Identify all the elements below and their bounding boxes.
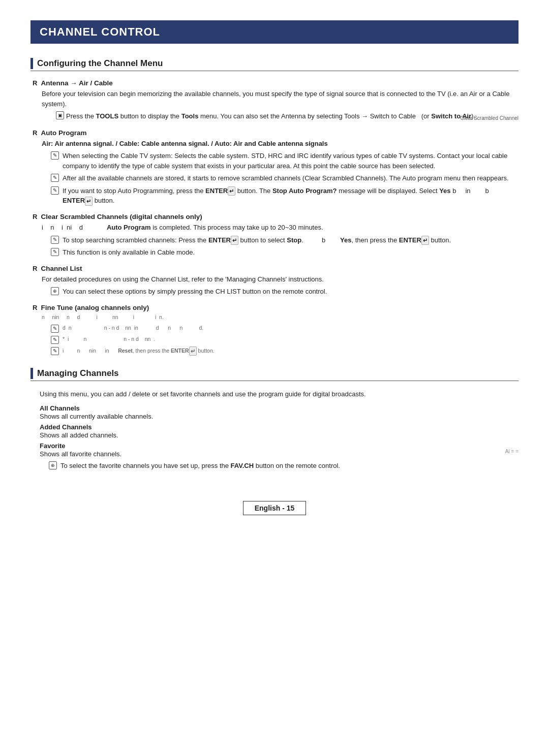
all-channels-item: All Channels Shows all currently availab… [40,404,518,420]
note-icon-7: ✎ [51,336,59,344]
section2-bar-icon [30,368,33,379]
fine-tune-title: R Fine Tune (analog channels only) [33,304,518,311]
section1-title: Configuring the Channel Menu [37,58,163,69]
clear-scrambled-subsection: R Clear Scrambled Channels (digital chan… [33,213,518,258]
note-icon-3: ✎ [51,186,59,195]
fine-note3-text: i n nin in Reset, then press the ENTER↵ … [63,346,518,356]
r-marker-auto: R [33,129,37,137]
enter-symbol-4: ↵ [421,236,429,245]
page-title: CHANNEL CONTROL [30,20,518,44]
channel-list-title: R Channel List [33,265,518,272]
channel-list-note-text: You can select these options by simply p… [63,287,518,297]
section2-title: Managing Channels [37,368,119,379]
r-marker-clear: R [33,213,37,220]
added-channels-desc: Shows all added channels. [40,431,518,439]
added-channels-label: Added Channels [40,423,518,431]
fine-note2-text: * i n n - n d nn . [63,335,518,343]
tools-note-text: Press the TOOLS button to display the To… [66,111,518,122]
channel-list-para1: For detailed procedures on using the Cha… [42,274,518,285]
fine-note1-text: d n n - n d nn in d n n d. [63,324,518,332]
note-icon-6: ✎ [51,325,59,333]
note-icon-1: ✎ [51,151,59,160]
auto-note2-text: After all the available channels are sto… [63,173,518,183]
enter-symbol-1: ↵ [228,186,235,196]
antenna-title: R Antenna → Air / Cable [33,79,518,87]
fine-tune-row1: n nin n d i nn i i n. [42,313,518,322]
auto-note3-text: If you want to stop Auto Programming, pr… [63,186,518,206]
clear-scrambled-text1: i n i ni d Auto Program is completed. Th… [42,223,518,233]
fav-note-text: To select the favorite channels you have… [60,461,518,471]
r-marker-list: R [33,265,37,272]
note-icon-2: ✎ [51,174,59,182]
clear-scrambled-title: R Clear Scrambled Channels (digital chan… [33,213,518,220]
auto-note1-row: ✎ When selecting the Cable TV system: Se… [51,151,518,171]
clear-note1-row: ✎ To stop searching scrambled channels: … [51,235,518,245]
source-icon-2: ⊕ [49,461,57,469]
clear-note2-text: This function is only available in Cable… [63,247,518,258]
footer: English - 15 [30,501,518,515]
air-note: Ai = = [505,449,518,454]
section-bar-icon [30,58,33,69]
auto-program-subsection: R Auto Program Air: Air antenna signal. … [33,129,518,206]
tools-icon: ▣ [56,111,64,119]
auto-note3-row: ✎ If you want to stop Auto Programming, … [51,186,518,206]
favorite-desc: Shows all favorite channels. [40,450,121,458]
note-icon-8: ✎ [51,347,59,355]
auto-note1-text: When selecting the Cable TV system: Sele… [63,151,518,171]
note-icon-5: ✎ [51,248,59,256]
section2: Managing Channels Using this menu, you c… [30,368,518,470]
enter-symbol-3: ↵ [231,236,238,245]
fine-note2-row: ✎ * i n n - n d nn . [51,335,518,344]
footer-label: English - 15 [243,501,307,515]
clear-note1-text: To stop searching scrambled channels: Pr… [63,235,518,245]
favorite-item: Favorite Shows all favorite channels. Ai… [40,442,518,458]
managing-intro: Using this menu, you can add / delete or… [40,389,518,399]
section2-header: Managing Channels [30,368,518,381]
all-channels-label: All Channels [40,404,518,412]
auto-program-subtitle: Air: Air antenna signal. / Cable: Cable … [42,139,518,149]
r-marker-antenna: R [33,79,37,87]
added-channels-item: Added Channels Shows all added channels. [40,423,518,439]
fav-note-row: ⊕ To select the favorite channels you ha… [49,461,518,471]
channel-list-note-row: ⊕ You can select these options by simply… [51,287,518,297]
enter-symbol-2: ↵ [85,197,93,206]
favorite-label: Favorite [40,442,518,450]
all-channels-desc: Shows all currently available channels. [40,413,518,420]
fine-note3-row: ✎ i n nin in Reset, then press the ENTER… [51,346,518,356]
auto-program-title: R Auto Program [33,129,518,137]
clear-note2-row: ✎ This function is only available in Cab… [51,247,518,258]
auto-note2-row: ✎ After all the available channels are s… [51,173,518,183]
antenna-para1: Before your television can begin memoriz… [42,89,518,109]
source-icon-1: ⊕ [51,287,59,295]
channel-list-subsection: R Channel List For detailed procedures o… [33,265,518,297]
fine-tune-subsection: R Fine Tune (analog channels only) n nin… [33,304,518,356]
fine-note1-row: ✎ d n n - n d nn in d n n d. [51,324,518,333]
tools-note-row: ▣ Press the TOOLS button to display the … [56,111,518,122]
note-icon-4: ✎ [51,236,59,244]
r-marker-fine: R [33,304,37,311]
antenna-subsection: R Antenna → Air / Cable Before your tele… [33,79,518,122]
enter-symbol-5: ↵ [189,346,197,356]
section1-header: Configuring the Channel Menu [30,58,518,71]
